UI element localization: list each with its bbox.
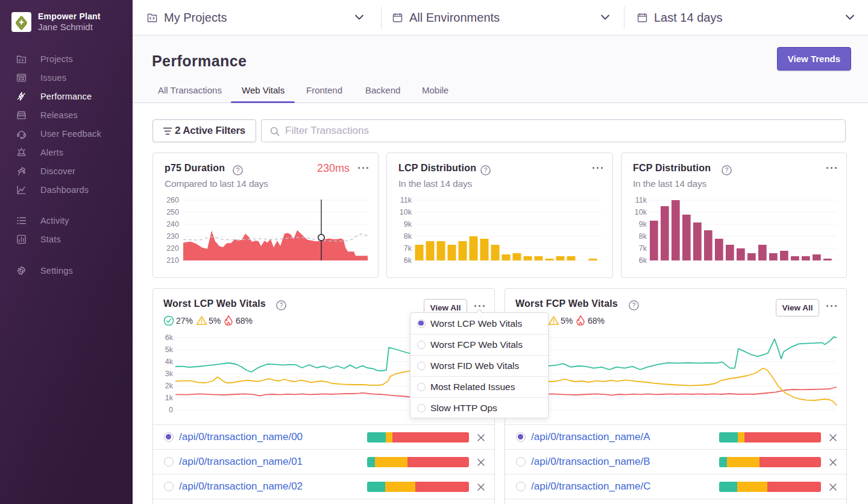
svg-text:240: 240 [166, 220, 179, 228]
svg-text:1k: 1k [165, 394, 174, 402]
svg-text:10k: 10k [635, 208, 647, 216]
svg-text:9k: 9k [639, 220, 647, 228]
svg-text:?: ? [280, 302, 283, 309]
svg-text:250: 250 [166, 208, 179, 216]
svg-text:6k: 6k [404, 256, 412, 265]
svg-text:11k: 11k [400, 196, 412, 204]
svg-text:?: ? [484, 167, 488, 174]
svg-text:230: 230 [166, 232, 179, 241]
svg-text:210: 210 [166, 256, 179, 265]
svg-text:260: 260 [166, 196, 179, 204]
svg-text:11k: 11k [635, 196, 647, 204]
svg-text:5k: 5k [165, 345, 174, 354]
svg-text:6k: 6k [639, 256, 647, 265]
svg-text:8k: 8k [639, 232, 647, 241]
svg-text:?: ? [725, 167, 729, 174]
svg-text:6k: 6k [165, 333, 174, 342]
svg-text:0: 0 [169, 406, 173, 414]
svg-text:7k: 7k [639, 244, 647, 253]
svg-text:8k: 8k [404, 232, 412, 241]
svg-text:4k: 4k [165, 358, 174, 366]
svg-text:220: 220 [166, 244, 179, 253]
svg-text:2k: 2k [165, 382, 174, 390]
svg-text:3k: 3k [165, 370, 174, 378]
svg-text:?: ? [236, 167, 240, 174]
svg-text:?: ? [632, 302, 636, 309]
svg-text:10k: 10k [400, 208, 412, 216]
svg-text:7k: 7k [404, 244, 412, 253]
svg-text:9k: 9k [404, 220, 412, 228]
